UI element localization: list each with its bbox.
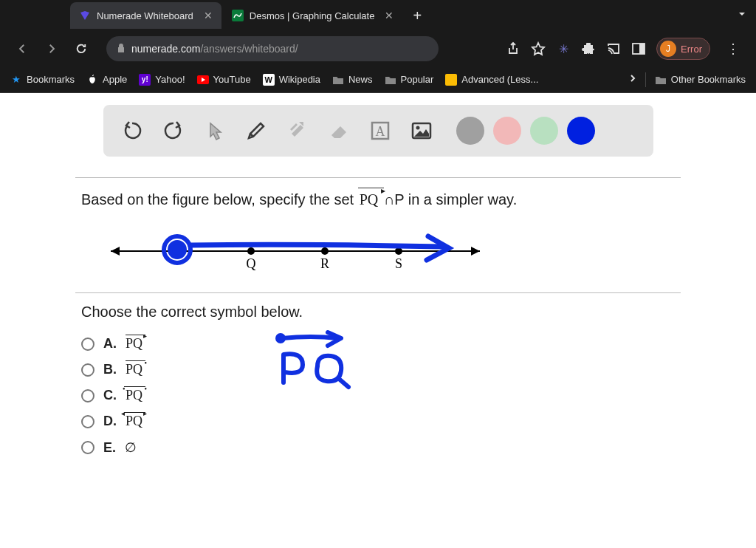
folder-icon [655, 74, 667, 86]
browser-tab-active[interactable]: Numerade Whiteboard ✕ [70, 2, 221, 29]
folder-icon [385, 74, 396, 86]
option-e[interactable]: E. ∅ [81, 434, 675, 461]
svg-point-13 [170, 242, 185, 257]
tab-overflow-icon[interactable] [737, 9, 747, 22]
advanced-icon [445, 74, 457, 86]
burst-icon[interactable]: ✳ [556, 41, 571, 56]
color-green[interactable] [530, 117, 558, 145]
options-list: A. ▸PQ B. •PQ C. ••PQ D. ◂▸PQ E. ∅ [75, 328, 681, 464]
bookmark-advanced[interactable]: Advanced (Less... [445, 74, 538, 86]
color-pink[interactable] [493, 117, 521, 145]
color-blue[interactable] [567, 117, 595, 145]
star-icon: ★ [10, 74, 22, 86]
prompt-text: Choose the correct symbol below. [75, 293, 681, 328]
divider [645, 72, 646, 87]
bookmarks-bar: ★ Bookmarks Apple y! Yahoo! YouTube W Wi… [0, 66, 756, 93]
undo-button[interactable] [118, 117, 146, 145]
browser-toolbar: numerade.com/answers/whiteboard/ ✳ J Err… [0, 31, 756, 66]
handwriting-annotation [260, 323, 393, 397]
svg-point-9 [247, 247, 255, 255]
option-d[interactable]: D. ◂▸PQ [81, 408, 675, 434]
radio-button[interactable] [81, 441, 94, 454]
color-palette [456, 117, 595, 145]
youtube-icon [197, 75, 209, 84]
forward-button[interactable] [40, 37, 63, 61]
svg-point-6 [416, 126, 419, 130]
star-icon[interactable] [531, 41, 546, 56]
page-content: A Based on the figure below, specify the… [0, 93, 756, 548]
bookmarks-overflow-icon[interactable] [629, 73, 636, 86]
browser-menu-icon[interactable]: ⋮ [721, 41, 746, 57]
address-bar[interactable]: numerade.com/answers/whiteboard/ [106, 36, 439, 61]
svg-point-11 [395, 247, 402, 255]
new-tab-button[interactable]: + [404, 7, 430, 24]
eraser-tool[interactable] [325, 117, 353, 145]
svg-text:A: A [375, 124, 385, 139]
point-r-label: R [320, 256, 329, 271]
share-icon[interactable] [506, 41, 520, 56]
point-q-label: Q [247, 256, 256, 271]
text-tool[interactable]: A [366, 117, 394, 145]
lock-icon [117, 43, 126, 55]
bookmark-popular[interactable]: Popular [385, 74, 434, 86]
close-tab-icon[interactable]: ✕ [204, 10, 213, 21]
bookmark-apple[interactable]: Apple [86, 74, 127, 86]
question-text: Based on the figure below, specify the s… [75, 178, 681, 222]
svg-point-10 [321, 247, 329, 255]
tools-button[interactable] [284, 117, 312, 145]
back-button[interactable] [10, 37, 34, 61]
redo-button[interactable] [159, 117, 188, 145]
browser-tab[interactable]: Desmos | Graphing Calculate ✕ [223, 2, 403, 29]
sidepanel-icon[interactable] [631, 41, 646, 56]
folder-icon [332, 74, 344, 86]
bookmark-wikipedia[interactable]: W Wikipedia [263, 74, 320, 86]
profile-status: Error [681, 44, 702, 55]
radio-button[interactable] [81, 338, 94, 351]
url-text: numerade.com/answers/whiteboard/ [131, 43, 298, 55]
tab-title: Desmos | Graphing Calculate [250, 10, 375, 21]
number-line-figure: Q R S [75, 222, 681, 292]
whiteboard-toolbar: A [103, 105, 653, 157]
color-gray[interactable] [456, 117, 484, 145]
point-s-label: S [395, 256, 402, 271]
cast-icon[interactable] [606, 41, 621, 56]
radio-button[interactable] [81, 363, 94, 377]
bookmark-news[interactable]: News [332, 74, 373, 86]
content-area: Based on the figure below, specify the s… [75, 177, 681, 464]
extensions-icon[interactable] [581, 41, 596, 56]
desmos-favicon [232, 10, 244, 21]
bookmark-youtube[interactable]: YouTube [197, 74, 251, 85]
bookmark-bookmarks[interactable]: ★ Bookmarks [10, 74, 75, 86]
yahoo-icon: y! [139, 74, 151, 86]
bookmark-yahoo[interactable]: y! Yahoo! [139, 74, 185, 86]
radio-button[interactable] [81, 415, 94, 428]
tab-title: Numerade Whiteboard [97, 10, 193, 21]
close-tab-icon[interactable]: ✕ [385, 10, 394, 21]
image-tool[interactable] [408, 117, 436, 145]
radio-button[interactable] [81, 389, 94, 403]
annotation-circle [164, 236, 190, 263]
profile-badge[interactable]: J Error [656, 38, 710, 60]
apple-icon [86, 74, 98, 86]
pointer-tool[interactable] [201, 117, 229, 145]
profile-avatar: J [660, 41, 676, 57]
browser-tab-bar: Numerade Whiteboard ✕ Desmos | Graphing … [0, 0, 756, 31]
svg-rect-2 [639, 44, 645, 54]
reload-button[interactable] [69, 37, 93, 61]
numerade-favicon [79, 10, 91, 21]
wikipedia-icon: W [263, 74, 275, 86]
pen-tool[interactable] [242, 117, 270, 145]
bookmark-other[interactable]: Other Bookmarks [655, 74, 746, 86]
